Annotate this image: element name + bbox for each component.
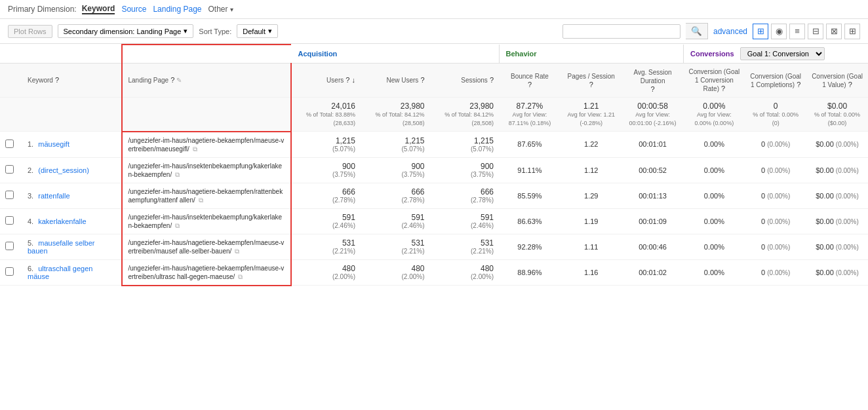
conversions-label: Conversions xyxy=(690,50,734,58)
sort-type-dropdown[interactable]: Default ▾ xyxy=(237,24,278,38)
dim-source[interactable]: Source xyxy=(121,5,146,14)
row-conv-completions: 0 (0.00%) xyxy=(745,234,806,259)
avg-session-duration-help-icon[interactable]: ? xyxy=(651,85,655,93)
row-bounce-rate: 85.59% xyxy=(499,183,561,208)
sessions-help-icon[interactable]: ? xyxy=(490,76,494,84)
row-rank-keyword: 4. kakerlakenfalle xyxy=(22,208,122,234)
copy-icon[interactable]: ⧉ xyxy=(175,222,180,229)
users-help-icon[interactable]: ? xyxy=(345,76,349,84)
landing-page-help-icon[interactable]: ? xyxy=(170,76,174,84)
landing-page-section-header xyxy=(122,45,291,64)
row-rank-keyword: 6. ultraschall gegen mäuse xyxy=(22,259,122,286)
row-checkbox[interactable] xyxy=(0,157,22,183)
row-rank: 2. xyxy=(28,166,33,174)
users-sort-arrow[interactable]: ↓ xyxy=(351,76,355,84)
row-checkbox[interactable] xyxy=(0,234,22,259)
primary-dimension-bar: Primary Dimension: Keyword Source Landin… xyxy=(0,0,868,19)
row-users: 1,215 (5.07%) xyxy=(291,132,361,158)
copy-icon[interactable]: ⧉ xyxy=(175,171,180,178)
row-avg-session-duration: 00:01:01 xyxy=(622,132,684,158)
table-row: 6. ultraschall gegen mäuse /ungeziefer-i… xyxy=(0,259,868,286)
dim-keyword[interactable]: Keyword xyxy=(82,4,115,14)
dim-other-dropdown[interactable]: Other ▾ xyxy=(208,5,233,14)
sort-type-label: Sort Type: xyxy=(199,28,231,35)
view-pivot-icon[interactable]: ⊠ xyxy=(826,24,842,39)
row-pages-per-session: 1.12 xyxy=(561,157,622,183)
table-row: 4. kakerlakenfalle /ungeziefer-im-haus/i… xyxy=(0,208,868,234)
new-users-help-icon[interactable]: ? xyxy=(420,76,424,84)
row-conv-completions: 0 (0.00%) xyxy=(745,132,806,158)
totals-sessions-cell: 23,980 % of Total: 84.12% (28,508) xyxy=(430,98,500,132)
row-rank-keyword: 5. mausefalle selber bauen xyxy=(22,234,122,259)
view-compare-icon[interactable]: ⊟ xyxy=(808,24,823,39)
table-row: 1. mäusegift /ungeziefer-im-haus/nagetie… xyxy=(0,132,868,158)
row-keyword-link[interactable]: rattenfalle xyxy=(38,192,69,200)
row-keyword-link[interactable]: mausefalle selber bauen xyxy=(28,239,94,255)
search-input[interactable] xyxy=(562,24,681,39)
row-keyword-link[interactable]: mäusegift xyxy=(38,140,69,148)
pages-per-session-help-icon[interactable]: ? xyxy=(589,81,593,88)
row-conv-rate: 0.00% xyxy=(683,259,745,286)
row-users: 900 (3.75%) xyxy=(291,157,361,183)
table-row: 3. rattenfalle /ungeziefer-im-haus/naget… xyxy=(0,183,868,208)
row-conv-value: $0.00 (0.00%) xyxy=(806,259,868,286)
landing-page-col-header: Landing Page ? ✎ xyxy=(122,64,291,98)
section-header-row: Acquisition Behavior Conversions Goal 1:… xyxy=(0,45,868,64)
row-new-users: 480 (2.00%) xyxy=(361,259,430,286)
keyword-help-icon[interactable]: ? xyxy=(55,76,59,84)
row-checkbox[interactable] xyxy=(0,132,22,158)
bounce-rate-help-icon[interactable]: ? xyxy=(528,81,532,88)
pages-per-session-col-header: Pages / Session ? xyxy=(561,64,622,98)
row-conv-value: $0.00 (0.00%) xyxy=(806,157,868,183)
goal-dropdown[interactable]: Goal 1: Conversion xyxy=(740,47,825,60)
row-checkbox[interactable] xyxy=(0,183,22,208)
row-keyword-link[interactable]: ultraschall gegen mäuse xyxy=(28,265,92,280)
row-keyword-link[interactable]: kakerlakenfalle xyxy=(38,217,86,225)
row-landing-page: /ungeziefer-im-haus/nagetiere-bekaempfen… xyxy=(122,259,291,286)
row-conv-value: $0.00 (0.00%) xyxy=(806,132,868,158)
plot-rows-button[interactable]: Plot Rows xyxy=(8,25,52,38)
view-table-icon[interactable]: ⊞ xyxy=(753,24,768,39)
conv-value-help-icon[interactable]: ? xyxy=(848,81,852,88)
copy-icon[interactable]: ⧉ xyxy=(193,145,197,153)
row-conv-rate: 0.00% xyxy=(683,208,745,234)
copy-icon[interactable]: ⧉ xyxy=(238,273,243,280)
landing-page-text: /ungeziefer-im-haus/insektenbekaempfung/… xyxy=(128,162,282,178)
totals-conv-rate-cell: 0.00% Avg for View: 0.00% (0.00%) xyxy=(683,98,745,132)
conv-rate-help-icon[interactable]: ? xyxy=(721,84,725,92)
row-users: 666 (2.78%) xyxy=(291,183,361,208)
advanced-link[interactable]: advanced xyxy=(713,27,747,36)
totals-conv-value-cell: $0.00 % of Total: 0.00% ($0.00) xyxy=(806,98,868,132)
view-custom-icon[interactable]: ⊞ xyxy=(844,24,860,39)
row-new-users: 1,215 (5.07%) xyxy=(361,132,430,158)
secondary-dim-dropdown[interactable]: Secondary dimension: Landing Page ▾ xyxy=(58,24,194,38)
totals-pages-per-session-cell: 1.21 Avg for View: 1.21 (-0.28%) xyxy=(561,98,622,132)
row-bounce-rate: 88.96% xyxy=(499,259,561,286)
row-sessions: 666 (2.78%) xyxy=(430,183,500,208)
row-new-users: 666 (2.78%) xyxy=(361,183,430,208)
view-pie-icon[interactable]: ◉ xyxy=(771,24,787,39)
row-pages-per-session: 1.16 xyxy=(561,259,622,286)
landing-page-text: /ungeziefer-im-haus/nagetiere-bekaempfen… xyxy=(128,188,283,204)
row-conv-value: $0.00 (0.00%) xyxy=(806,208,868,234)
search-button[interactable]: 🔍 xyxy=(686,23,708,39)
dim-landing-page[interactable]: Landing Page xyxy=(153,5,201,14)
row-keyword-link[interactable]: (direct_session) xyxy=(38,166,89,174)
table-row: 5. mausefalle selber bauen /ungeziefer-i… xyxy=(0,234,868,259)
conv-completions-help-icon[interactable]: ? xyxy=(797,81,800,88)
row-checkbox[interactable] xyxy=(0,208,22,234)
main-table-container: Acquisition Behavior Conversions Goal 1:… xyxy=(0,44,868,286)
row-users: 591 (2.46%) xyxy=(291,208,361,234)
row-conv-rate: 0.00% xyxy=(683,157,745,183)
view-bar-icon[interactable]: ≡ xyxy=(789,24,805,39)
copy-icon[interactable]: ⧉ xyxy=(199,196,203,204)
row-users: 531 (2.21%) xyxy=(291,234,361,259)
row-bounce-rate: 91.11% xyxy=(499,157,561,183)
landing-page-edit-icon[interactable]: ✎ xyxy=(176,77,182,84)
totals-bounce-rate-cell: 87.27% Avg for View: 87.11% (0.18%) xyxy=(499,98,561,132)
row-conv-rate: 0.00% xyxy=(683,234,745,259)
bounce-rate-col-header: Bounce Rate ? xyxy=(499,64,561,98)
keyword-col-header: Keyword ? xyxy=(22,64,122,98)
row-checkbox[interactable] xyxy=(0,259,22,286)
copy-icon[interactable]: ⧉ xyxy=(235,248,239,255)
